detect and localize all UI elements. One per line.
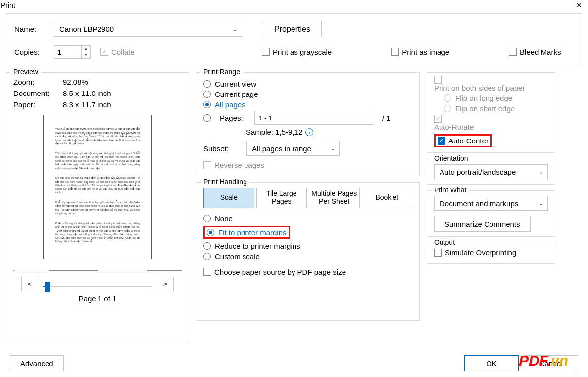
prev-page-button[interactable]: < [21,277,38,291]
properties-button[interactable]: Properties [263,21,322,37]
chevron-down-icon: ⌄ [539,169,543,175]
both-sides-checkbox: Print on both sides of paper [434,76,548,92]
subset-label: Subset: [203,144,229,153]
titlebar: Print ✕ [0,0,588,10]
page-indicator: Page 1 of 1 [13,294,182,303]
printer-select[interactable]: Canon LBP2900 ⌄ [54,22,242,37]
sides-fieldset: Print on both sides of paper Flip on lon… [427,72,555,153]
auto-rotate-checkbox: Auto-Rotate [434,115,548,131]
radio-fit-margins[interactable]: Fit to printer margins [207,228,287,236]
tab-scale[interactable]: Scale [203,188,254,208]
tab-tile[interactable]: Tile Large Pages [256,188,307,208]
copies-down[interactable]: ▼ [81,52,90,59]
radio-none[interactable]: None [203,214,412,223]
print-what-legend: Print What [431,186,469,194]
copies-label: Copies: [14,48,44,56]
radio-flip-short: Flip on short edge [444,104,548,113]
print-range-fieldset: Print Range Current view Current page Al… [196,72,420,176]
radio-custom-scale[interactable]: Custom scale [203,252,412,261]
choose-source-checkbox[interactable]: Choose paper source by PDF page size [203,268,346,276]
orientation-legend: Orientation [431,154,471,162]
zoom-value: 92.08% [63,78,182,86]
doc-label: Document: [13,89,63,97]
orientation-fieldset: Orientation Auto portrait/landscape⌄ [427,159,555,185]
preview-legend: Preview [10,68,41,76]
chevron-down-icon: ⌄ [233,26,238,33]
radio-flip-long: Flip on long edge [444,94,548,102]
tab-multi[interactable]: Multiple Pages Per Sheet [309,188,360,208]
chevron-down-icon: ⌄ [331,145,335,152]
paper-label: Paper: [13,100,63,109]
collate-checkbox: Collate [100,48,135,56]
printer-name: Canon LBP2900 [59,25,114,33]
grayscale-checkbox[interactable]: Print as grayscale [262,48,332,56]
copies-input[interactable] [54,46,81,58]
page-slider[interactable] [43,280,152,288]
name-label: Name: [14,25,44,33]
preview-fieldset: Preview Zoom:92.08% Document:8.5 x 11.0 … [6,72,189,343]
doc-value: 8.5 x 11.0 inch [63,89,182,97]
orientation-select[interactable]: Auto portrait/landscape⌄ [434,164,548,179]
window-title: Print [0,1,15,9]
handling-legend: Print Handling [200,178,250,186]
print-what-select[interactable]: Document and markups⌄ [434,196,548,211]
sample-text: Sample: 1,5-9,12 [246,128,302,136]
print-what-fieldset: Print What Document and markups⌄ Summari… [427,190,555,237]
radio-current-view[interactable]: Current view [203,80,412,88]
radio-pages[interactable]: Pages: / 1 [203,111,412,125]
pages-input[interactable] [254,111,373,125]
print-handling-fieldset: Print Handling Scale Tile Large Pages Mu… [196,182,420,321]
radio-current-page[interactable]: Current page [203,90,412,98]
tab-booklet[interactable]: Booklet [362,188,413,208]
info-icon[interactable]: i [305,128,313,136]
bleed-marks-checkbox[interactable]: Bleed Marks [509,48,561,56]
range-legend: Print Range [200,68,243,76]
simulate-overprinting-checkbox[interactable]: Simulate Overprinting [434,248,516,257]
print-as-image-checkbox[interactable]: Print as image [391,48,449,56]
preview-page: Vào buổi tối đạo tuần trước, hình hình k… [43,115,152,259]
subset-select[interactable]: All pages in range⌄ [246,141,340,156]
reverse-pages-checkbox: Reverse pages [203,161,264,169]
copies-up[interactable]: ▲ [81,46,90,52]
advanced-button[interactable]: Advanced [10,355,64,371]
top-panel: Name: Canon LBP2900 ⌄ Properties Copies:… [6,13,582,67]
output-legend: Output [431,238,458,246]
next-page-button[interactable]: > [157,277,174,291]
auto-center-checkbox[interactable]: Auto-Center [438,137,489,145]
radio-reduce-margins[interactable]: Reduce to printer margins [203,242,412,250]
summarize-comments-button[interactable]: Summarize Comments [434,216,531,232]
copies-stepper[interactable]: ▲▼ [54,45,91,59]
paper-value: 8.3 x 11.7 inch [63,100,182,109]
chevron-down-icon: ⌄ [539,200,543,207]
cancel-button[interactable]: Cancel [524,355,578,371]
zoom-label: Zoom: [13,78,63,86]
close-icon[interactable]: ✕ [576,1,582,9]
radio-all-pages[interactable]: All pages [203,100,412,109]
ok-button[interactable]: OK [464,355,519,371]
pages-total: / 1 [382,114,391,122]
output-fieldset: Output Simulate Overprinting [427,243,555,264]
